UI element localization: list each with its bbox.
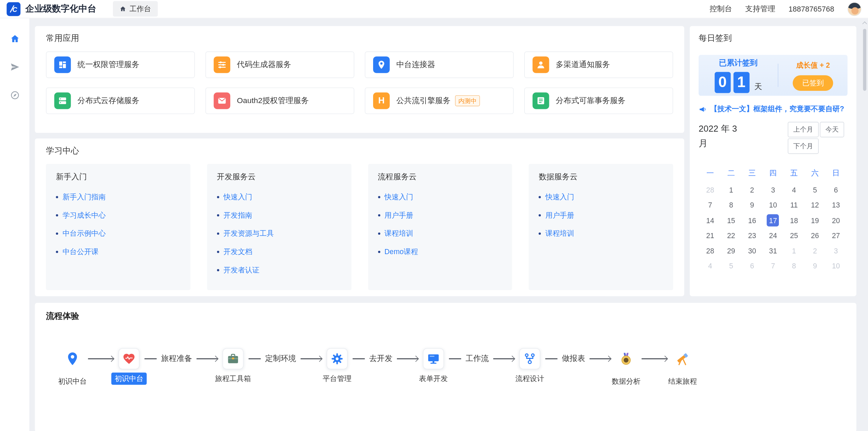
calendar-day[interactable]: 8 bbox=[721, 199, 742, 211]
journey-step-data-analysis[interactable]: 数据分析 bbox=[615, 351, 637, 367]
learning-link[interactable]: 开发文档 bbox=[217, 247, 341, 257]
app-item-oauth[interactable]: Oauth2授权管理服务 bbox=[205, 87, 354, 114]
calendar-day[interactable]: 17 bbox=[763, 214, 784, 227]
journey-step-label: 表单开发 bbox=[419, 374, 448, 384]
calendar-day[interactable]: 21 bbox=[700, 230, 721, 242]
calendar-day[interactable]: 1 bbox=[721, 184, 742, 196]
calendar-day[interactable]: 28 bbox=[700, 184, 721, 196]
daily-checkin-card: 每日签到 已累计签到 0 1 天 成长值 + 2 bbox=[690, 26, 856, 296]
calendar-day[interactable]: 5 bbox=[804, 184, 825, 196]
calendar-day[interactable]: 10 bbox=[825, 260, 847, 272]
gear-icon bbox=[327, 348, 348, 369]
calendar-day[interactable]: 7 bbox=[763, 260, 784, 272]
learning-link[interactable]: 课程培训 bbox=[378, 229, 502, 238]
calendar-day[interactable]: 7 bbox=[700, 199, 721, 211]
learning-link[interactable]: 开发资源与工具 bbox=[217, 229, 341, 238]
calendar-buttons: 上个月 今天 下个月 bbox=[788, 122, 848, 154]
calendar-day[interactable]: 1 bbox=[784, 245, 805, 257]
nav-support[interactable]: 支持管理 bbox=[745, 4, 775, 14]
journey-step-platform[interactable]: 平台管理 bbox=[326, 348, 348, 369]
calendar-day[interactable]: 20 bbox=[825, 214, 847, 227]
journey-step-form-dev[interactable]: 表单开发 bbox=[422, 348, 445, 369]
avatar[interactable] bbox=[848, 2, 862, 16]
journey-step-toolbox[interactable]: 旅程工具箱 bbox=[222, 348, 244, 369]
calendar-day[interactable]: 12 bbox=[804, 199, 825, 211]
learning-link[interactable]: 用户手册 bbox=[539, 210, 663, 220]
calendar-day[interactable]: 13 bbox=[825, 199, 847, 211]
journey-step-intro-selected[interactable]: 初识中台 bbox=[118, 348, 140, 369]
calendar-day[interactable]: 27 bbox=[825, 230, 847, 242]
learning-column-title: 开发服务云 bbox=[217, 172, 341, 182]
scrollbar-up-arrow[interactable] bbox=[862, 21, 867, 26]
app-item-permission[interactable]: 统一权限管理服务 bbox=[46, 51, 195, 78]
bullet-dot bbox=[378, 214, 380, 217]
calendar-day[interactable]: 19 bbox=[804, 214, 825, 227]
calendar-day[interactable]: 31 bbox=[763, 245, 784, 257]
calendar-day[interactable]: 3 bbox=[825, 245, 847, 257]
next-month-button[interactable]: 下个月 bbox=[788, 138, 819, 154]
calendar-day[interactable]: 26 bbox=[804, 230, 825, 242]
learning-link[interactable]: 开发指南 bbox=[217, 210, 341, 220]
app-item-notify[interactable]: 多渠道通知服务 bbox=[524, 51, 673, 78]
learning-link[interactable]: 用户手册 bbox=[378, 210, 502, 220]
app-item-storage[interactable]: 分布式云存储服务 bbox=[46, 87, 195, 114]
calendar-day[interactable]: 9 bbox=[804, 260, 825, 272]
calendar-day[interactable]: 14 bbox=[700, 214, 721, 227]
announcement-link[interactable]: 【技术一文】框架组件，究竟要不要自研? bbox=[699, 104, 848, 114]
learning-link[interactable]: 中台示例中心 bbox=[56, 229, 180, 238]
learning-link[interactable]: 课程培训 bbox=[539, 229, 663, 238]
calendar-day[interactable]: 16 bbox=[741, 214, 763, 227]
permission-icon bbox=[54, 56, 71, 73]
sidebar-compass-icon[interactable] bbox=[10, 90, 19, 100]
bullet-dot bbox=[217, 214, 219, 217]
calendar-day[interactable]: 23 bbox=[741, 230, 763, 242]
signed-in-button[interactable]: 已签到 bbox=[793, 75, 833, 91]
learning-link[interactable]: 中台公开课 bbox=[56, 247, 180, 257]
calendar-day[interactable]: 10 bbox=[763, 199, 784, 211]
calendar-day[interactable]: 3 bbox=[763, 184, 784, 196]
calendar-day[interactable]: 28 bbox=[700, 245, 721, 257]
journey-step-finish[interactable]: 结束旅程 bbox=[671, 351, 694, 367]
learning-link[interactable]: 快速入门 bbox=[217, 192, 341, 202]
app-item-flow-engine[interactable]: H 公共流引擎服务 内测中 bbox=[365, 87, 514, 114]
app-item-codegen[interactable]: 代码生成器服务 bbox=[205, 51, 354, 78]
calendar-day[interactable]: 6 bbox=[825, 184, 847, 196]
sidebar-send-icon[interactable] bbox=[10, 62, 19, 72]
learning-link[interactable]: Demo课程 bbox=[378, 247, 502, 257]
logo[interactable]: C bbox=[7, 2, 21, 16]
calendar-day[interactable]: 4 bbox=[784, 184, 805, 196]
calendar-day[interactable]: 24 bbox=[763, 230, 784, 242]
learning-link[interactable]: 学习成长中心 bbox=[56, 210, 180, 220]
app-item-connector[interactable]: 中台连接器 bbox=[365, 51, 514, 78]
nav-console[interactable]: 控制台 bbox=[710, 4, 732, 14]
learning-link[interactable]: 快速入门 bbox=[378, 192, 502, 202]
journey-step-start[interactable]: 初识中台 bbox=[62, 351, 84, 367]
app-item-transaction[interactable]: 分布式可靠事务服务 bbox=[524, 87, 673, 114]
calendar-day[interactable]: 2 bbox=[804, 245, 825, 257]
calendar-day[interactable]: 4 bbox=[700, 260, 721, 272]
journey-step-flow-design[interactable]: 流程设计 bbox=[519, 348, 541, 369]
calendar-day[interactable]: 29 bbox=[721, 245, 742, 257]
calendar-day[interactable]: 15 bbox=[721, 214, 742, 227]
calendar-day[interactable]: 5 bbox=[721, 260, 742, 272]
scrollbar[interactable] bbox=[863, 29, 866, 91]
learning-link[interactable]: 开发者认证 bbox=[217, 265, 341, 275]
calendar-day[interactable]: 25 bbox=[784, 230, 805, 242]
learning-link[interactable]: 快速入门 bbox=[539, 192, 663, 202]
tab-workbench[interactable]: 工作台 bbox=[113, 1, 158, 17]
sidebar-home-icon[interactable] bbox=[10, 34, 19, 44]
calendar-day[interactable]: 22 bbox=[721, 230, 742, 242]
learning-link[interactable]: 新手入门指南 bbox=[56, 192, 180, 202]
calendar-day[interactable]: 9 bbox=[741, 199, 763, 211]
prev-month-button[interactable]: 上个月 bbox=[788, 122, 819, 137]
calendar-day[interactable]: 11 bbox=[784, 199, 805, 211]
calendar-day[interactable]: 18 bbox=[784, 214, 805, 227]
calendar-day[interactable]: 8 bbox=[784, 260, 805, 272]
nav-phone[interactable]: 18878765768 bbox=[788, 5, 834, 13]
calendar-day[interactable]: 6 bbox=[741, 260, 763, 272]
calendar-day[interactable]: 30 bbox=[741, 245, 763, 257]
bullet-dot bbox=[539, 214, 541, 217]
calendar-day[interactable]: 2 bbox=[741, 184, 763, 196]
storage-icon bbox=[54, 93, 71, 109]
today-button[interactable]: 今天 bbox=[820, 122, 844, 137]
